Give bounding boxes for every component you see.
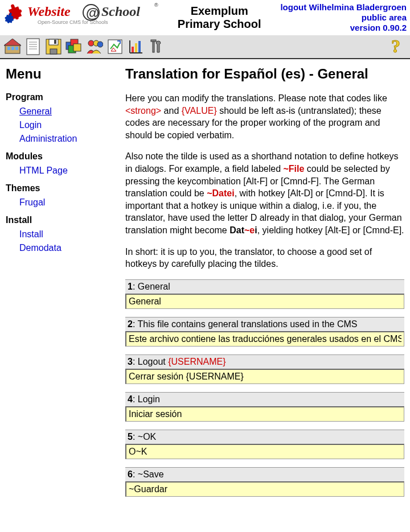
stats-button[interactable] — [126, 38, 145, 56]
document-button[interactable] — [24, 38, 42, 56]
website-at-school-text-icon: Website @ School ® Open-Source CMS for S… — [27, 2, 158, 27]
menu-section: Install — [6, 215, 114, 225]
svg-rect-8 — [7, 47, 10, 50]
menu-item[interactable]: Administration — [6, 132, 114, 146]
menu-item[interactable]: Frugal — [6, 196, 114, 209]
help-button[interactable]: ? — [388, 38, 407, 56]
svg-rect-30 — [132, 47, 134, 52]
version-text: version 0.90.2 — [280, 23, 407, 33]
menu-item[interactable]: Login — [6, 118, 114, 132]
svg-rect-31 — [135, 43, 137, 52]
intro-paragraph-1: Here you can modify the translations. Pl… — [125, 92, 404, 141]
field-label: 6: ~Save — [125, 467, 404, 481]
svg-text:Website: Website — [27, 4, 71, 19]
translation-field: 5: ~OK — [125, 430, 404, 459]
svg-rect-34 — [151, 40, 156, 42]
translation-field: 2: This file contains general translatio… — [125, 317, 404, 347]
translation-input[interactable] — [125, 444, 404, 459]
svg-point-26 — [97, 42, 103, 47]
svg-text:School: School — [101, 4, 140, 19]
field-label: 2: This file contains general translatio… — [125, 317, 404, 331]
logout-link[interactable]: logout Wilhelmina Bladergroen — [280, 2, 407, 13]
field-label: 4: Login — [125, 392, 404, 406]
home-button[interactable] — [3, 38, 22, 56]
translation-field: 4: Login — [125, 392, 404, 422]
svg-text:@: @ — [86, 5, 99, 20]
svg-rect-9 — [11, 47, 14, 50]
translation-field: 6: ~Save — [125, 467, 404, 497]
translation-input[interactable] — [125, 331, 404, 347]
tools-button[interactable] — [147, 38, 165, 56]
main: Menu ProgramGeneralLoginAdministrationMo… — [0, 59, 410, 516]
intro-paragraph-2: Also note the tilde is used as a shortha… — [125, 150, 404, 236]
modules-button[interactable] — [65, 38, 83, 56]
field-label: 3: Logout {USERNAME} — [125, 354, 404, 369]
svg-rect-19 — [54, 40, 56, 44]
translation-input[interactable] — [125, 481, 404, 497]
title-center: Exemplum Primary School — [158, 2, 280, 31]
svg-rect-23 — [73, 44, 81, 51]
school-name-1: Exemplum — [158, 5, 280, 18]
svg-marker-7 — [4, 39, 21, 46]
intro-paragraph-3: In short: it is up to you, the translato… — [125, 246, 404, 270]
puzzle-icon — [3, 2, 26, 27]
svg-text:?: ? — [391, 38, 400, 56]
content: Translation for Español (es) - General H… — [125, 66, 404, 505]
save-button[interactable] — [44, 38, 63, 56]
svg-rect-17 — [49, 39, 58, 45]
translation-field: 3: Logout {USERNAME} — [125, 354, 404, 384]
page-title: Translation for Español (es) - General — [125, 66, 404, 82]
sidebar: Menu ProgramGeneralLoginAdministrationMo… — [6, 66, 114, 505]
svg-rect-33 — [153, 41, 154, 52]
logo[interactable]: Website @ School ® Open-Source CMS for S… — [3, 2, 158, 27]
toolbar: ? — [0, 35, 410, 59]
menu-title: Menu — [6, 66, 114, 82]
svg-rect-10 — [15, 47, 18, 50]
menu-section: Program — [6, 92, 114, 102]
menu-item[interactable]: Demodata — [6, 241, 114, 255]
svg-text:®: ® — [154, 2, 158, 8]
school-name-2: Primary School — [158, 18, 280, 31]
menu-item[interactable]: HTML Page — [6, 164, 114, 178]
svg-text:Open-Source CMS for Schools: Open-Source CMS for Schools — [38, 19, 108, 25]
header-right: logout Wilhelmina Bladergroen public are… — [280, 2, 407, 33]
field-label: 5: ~OK — [125, 430, 404, 444]
translation-input[interactable] — [125, 369, 404, 384]
users-button[interactable] — [85, 38, 104, 56]
translation-input[interactable] — [125, 294, 404, 309]
field-label: 1: General — [125, 279, 404, 294]
public-area-link[interactable]: public area — [280, 13, 407, 23]
translation-input[interactable] — [125, 406, 404, 422]
menu-item[interactable]: Install — [6, 228, 114, 241]
menu-section: Themes — [6, 183, 114, 193]
config-button[interactable] — [106, 38, 124, 56]
menu-item[interactable]: General — [6, 105, 114, 118]
translation-field: 1: General — [125, 279, 404, 309]
header: Website @ School ® Open-Source CMS for S… — [0, 0, 410, 35]
menu-section: Modules — [6, 151, 114, 162]
svg-rect-18 — [50, 49, 57, 54]
svg-rect-32 — [138, 41, 141, 52]
